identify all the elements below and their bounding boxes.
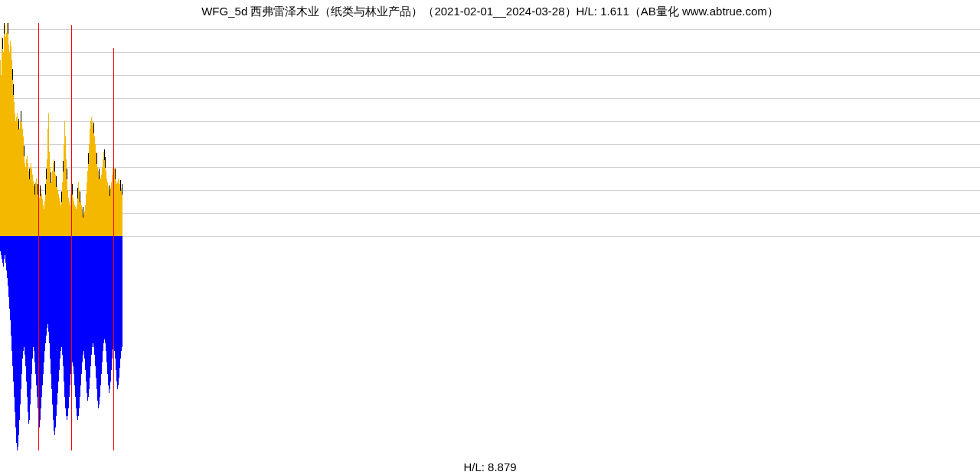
bar-overlay — [67, 169, 67, 179]
bar-overlay — [18, 119, 19, 129]
bar-overlay — [8, 23, 8, 34]
bar-overlay — [56, 176, 57, 187]
bar-highlight — [113, 48, 114, 450]
gridline — [0, 98, 980, 99]
bar-highlight — [71, 25, 72, 450]
bar-overlay — [80, 192, 80, 202]
gridlines — [0, 21, 980, 236]
footer-label: H/L: 8.879 — [0, 460, 980, 473]
bar-overlay — [122, 184, 122, 195]
bars-container — [0, 21, 122, 457]
gridline — [0, 236, 980, 237]
bar-up — [122, 190, 122, 236]
chart-area — [0, 21, 980, 457]
bar-overlay — [93, 123, 94, 133]
bar-overlay — [115, 169, 116, 179]
bar-overlay — [21, 111, 21, 122]
gridline — [0, 52, 980, 53]
bar-overlay — [96, 153, 97, 164]
gridline — [0, 190, 980, 191]
bar-overlay — [54, 161, 55, 172]
bar-overlay — [51, 172, 51, 183]
bar-highlight — [38, 23, 39, 450]
gridline — [0, 167, 980, 168]
gridline — [0, 144, 980, 145]
bar-overlay — [24, 146, 24, 156]
gridline — [0, 29, 980, 30]
bar-overlay — [13, 84, 14, 95]
chart-title: WFG_5d 西弗雷泽木业（纸类与林业产品）（2021-02-01__2024-… — [0, 5, 980, 19]
bar-overlay — [72, 184, 73, 195]
bar-overlay — [2, 38, 3, 49]
gridline — [0, 75, 980, 76]
gridline — [0, 121, 980, 122]
bar-overlay — [12, 69, 13, 80]
bar-down — [122, 236, 122, 347]
gridline — [0, 213, 980, 214]
bar-overlay — [105, 157, 106, 168]
